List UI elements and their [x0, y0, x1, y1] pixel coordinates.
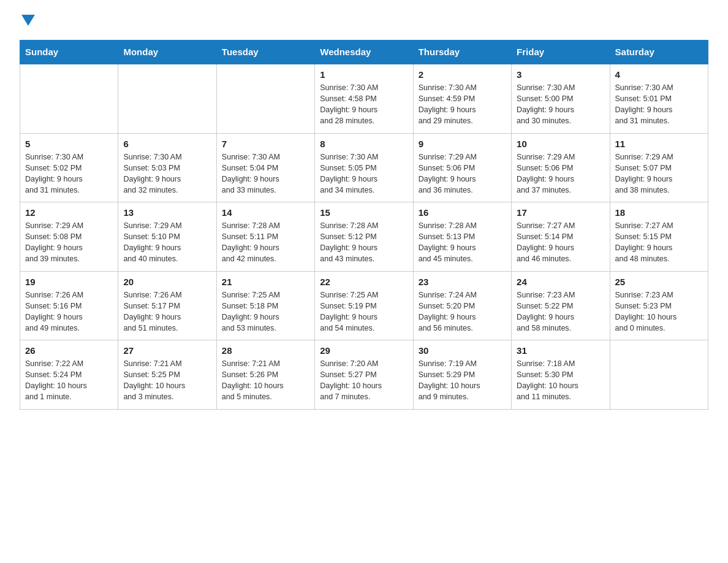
calendar-table: SundayMondayTuesdayWednesdayThursdayFrid…	[20, 40, 708, 410]
calendar-week-row: 1Sunrise: 7:30 AM Sunset: 4:58 PM Daylig…	[20, 64, 708, 133]
day-info: Sunrise: 7:30 AM Sunset: 5:05 PM Dayligh…	[320, 151, 408, 196]
calendar-cell: 8Sunrise: 7:30 AM Sunset: 5:05 PM Daylig…	[315, 133, 413, 202]
day-info: Sunrise: 7:26 AM Sunset: 5:16 PM Dayligh…	[25, 289, 113, 334]
calendar-cell: 6Sunrise: 7:30 AM Sunset: 5:03 PM Daylig…	[118, 133, 216, 202]
svg-marker-0	[21, 15, 35, 26]
day-info: Sunrise: 7:24 AM Sunset: 5:20 PM Dayligh…	[419, 289, 506, 334]
calendar-cell: 27Sunrise: 7:21 AM Sunset: 5:25 PM Dayli…	[118, 340, 216, 410]
logo-text	[20, 15, 35, 29]
day-number: 24	[517, 277, 604, 287]
day-number: 14	[222, 207, 309, 218]
calendar-cell: 18Sunrise: 7:27 AM Sunset: 5:15 PM Dayli…	[610, 202, 708, 272]
day-info: Sunrise: 7:21 AM Sunset: 5:26 PM Dayligh…	[222, 358, 309, 403]
day-number: 11	[615, 139, 703, 149]
calendar-cell: 20Sunrise: 7:26 AM Sunset: 5:17 PM Dayli…	[118, 271, 216, 340]
calendar-cell: 29Sunrise: 7:20 AM Sunset: 5:27 PM Dayli…	[315, 340, 413, 410]
calendar-week-row: 12Sunrise: 7:29 AM Sunset: 5:08 PM Dayli…	[20, 202, 708, 272]
day-number: 30	[419, 345, 506, 356]
calendar-cell	[216, 64, 314, 133]
calendar-cell: 9Sunrise: 7:29 AM Sunset: 5:06 PM Daylig…	[413, 133, 511, 202]
day-info: Sunrise: 7:29 AM Sunset: 5:07 PM Dayligh…	[615, 151, 703, 196]
calendar-cell: 2Sunrise: 7:30 AM Sunset: 4:59 PM Daylig…	[413, 64, 511, 133]
calendar-cell: 25Sunrise: 7:23 AM Sunset: 5:23 PM Dayli…	[610, 271, 708, 340]
page-header	[20, 15, 708, 29]
day-number: 28	[222, 345, 309, 356]
day-number: 27	[123, 345, 211, 356]
day-info: Sunrise: 7:29 AM Sunset: 5:10 PM Dayligh…	[123, 220, 211, 265]
calendar-week-row: 5Sunrise: 7:30 AM Sunset: 5:02 PM Daylig…	[20, 133, 708, 202]
calendar-cell: 11Sunrise: 7:29 AM Sunset: 5:07 PM Dayli…	[610, 133, 708, 202]
calendar-week-row: 19Sunrise: 7:26 AM Sunset: 5:16 PM Dayli…	[20, 271, 708, 340]
calendar-week-row: 26Sunrise: 7:22 AM Sunset: 5:24 PM Dayli…	[20, 340, 708, 410]
day-info: Sunrise: 7:26 AM Sunset: 5:17 PM Dayligh…	[123, 289, 211, 334]
calendar-cell: 24Sunrise: 7:23 AM Sunset: 5:22 PM Dayli…	[512, 271, 610, 340]
day-number: 23	[419, 277, 506, 287]
day-number: 20	[123, 277, 211, 287]
day-info: Sunrise: 7:29 AM Sunset: 5:06 PM Dayligh…	[419, 151, 506, 196]
day-number: 26	[25, 345, 113, 356]
calendar-cell: 1Sunrise: 7:30 AM Sunset: 4:58 PM Daylig…	[315, 64, 413, 133]
calendar-cell: 30Sunrise: 7:19 AM Sunset: 5:29 PM Dayli…	[413, 340, 511, 410]
calendar-cell: 22Sunrise: 7:25 AM Sunset: 5:19 PM Dayli…	[315, 271, 413, 340]
triangle-icon	[21, 15, 35, 28]
calendar-header-monday: Monday	[118, 40, 216, 64]
day-info: Sunrise: 7:25 AM Sunset: 5:18 PM Dayligh…	[222, 289, 309, 334]
day-info: Sunrise: 7:23 AM Sunset: 5:23 PM Dayligh…	[615, 289, 703, 334]
calendar-header-thursday: Thursday	[413, 40, 511, 64]
calendar-cell: 19Sunrise: 7:26 AM Sunset: 5:16 PM Dayli…	[20, 271, 118, 340]
day-number: 1	[320, 69, 408, 80]
day-info: Sunrise: 7:21 AM Sunset: 5:25 PM Dayligh…	[123, 358, 211, 403]
day-info: Sunrise: 7:19 AM Sunset: 5:29 PM Dayligh…	[419, 358, 506, 403]
day-number: 16	[419, 207, 506, 218]
day-info: Sunrise: 7:30 AM Sunset: 5:03 PM Dayligh…	[123, 151, 211, 196]
day-info: Sunrise: 7:22 AM Sunset: 5:24 PM Dayligh…	[25, 358, 113, 403]
day-info: Sunrise: 7:30 AM Sunset: 5:00 PM Dayligh…	[517, 82, 604, 127]
day-info: Sunrise: 7:27 AM Sunset: 5:14 PM Dayligh…	[517, 220, 604, 265]
day-number: 19	[25, 277, 113, 287]
day-info: Sunrise: 7:30 AM Sunset: 5:04 PM Dayligh…	[222, 151, 309, 196]
day-number: 15	[320, 207, 408, 218]
calendar-header-tuesday: Tuesday	[216, 40, 314, 64]
calendar-cell: 13Sunrise: 7:29 AM Sunset: 5:10 PM Dayli…	[118, 202, 216, 272]
day-info: Sunrise: 7:28 AM Sunset: 5:12 PM Dayligh…	[320, 220, 408, 265]
logo	[20, 15, 35, 29]
day-number: 18	[615, 207, 703, 218]
calendar-header-row: SundayMondayTuesdayWednesdayThursdayFrid…	[20, 40, 708, 64]
day-number: 22	[320, 277, 408, 287]
day-info: Sunrise: 7:30 AM Sunset: 5:02 PM Dayligh…	[25, 151, 113, 196]
day-info: Sunrise: 7:29 AM Sunset: 5:08 PM Dayligh…	[25, 220, 113, 265]
calendar-cell: 15Sunrise: 7:28 AM Sunset: 5:12 PM Dayli…	[315, 202, 413, 272]
day-number: 7	[222, 139, 309, 149]
calendar-cell: 23Sunrise: 7:24 AM Sunset: 5:20 PM Dayli…	[413, 271, 511, 340]
calendar-cell: 14Sunrise: 7:28 AM Sunset: 5:11 PM Dayli…	[216, 202, 314, 272]
calendar-header-friday: Friday	[512, 40, 610, 64]
day-number: 25	[615, 277, 703, 287]
calendar-cell: 21Sunrise: 7:25 AM Sunset: 5:18 PM Dayli…	[216, 271, 314, 340]
day-info: Sunrise: 7:28 AM Sunset: 5:11 PM Dayligh…	[222, 220, 309, 265]
calendar-header-saturday: Saturday	[610, 40, 708, 64]
day-info: Sunrise: 7:25 AM Sunset: 5:19 PM Dayligh…	[320, 289, 408, 334]
day-number: 3	[517, 69, 604, 80]
day-number: 6	[123, 139, 211, 149]
day-number: 9	[419, 139, 506, 149]
day-number: 31	[517, 345, 604, 356]
calendar-cell: 7Sunrise: 7:30 AM Sunset: 5:04 PM Daylig…	[216, 133, 314, 202]
day-number: 29	[320, 345, 408, 356]
calendar-cell: 26Sunrise: 7:22 AM Sunset: 5:24 PM Dayli…	[20, 340, 118, 410]
day-info: Sunrise: 7:28 AM Sunset: 5:13 PM Dayligh…	[419, 220, 506, 265]
calendar-cell: 5Sunrise: 7:30 AM Sunset: 5:02 PM Daylig…	[20, 133, 118, 202]
day-info: Sunrise: 7:30 AM Sunset: 5:01 PM Dayligh…	[615, 82, 703, 127]
day-info: Sunrise: 7:30 AM Sunset: 4:58 PM Dayligh…	[320, 82, 408, 127]
day-number: 21	[222, 277, 309, 287]
calendar-cell	[20, 64, 118, 133]
day-info: Sunrise: 7:29 AM Sunset: 5:06 PM Dayligh…	[517, 151, 604, 196]
day-number: 2	[419, 69, 506, 80]
day-number: 8	[320, 139, 408, 149]
calendar-cell	[610, 340, 708, 410]
day-info: Sunrise: 7:18 AM Sunset: 5:30 PM Dayligh…	[517, 358, 604, 403]
calendar-header-sunday: Sunday	[20, 40, 118, 64]
calendar-cell: 3Sunrise: 7:30 AM Sunset: 5:00 PM Daylig…	[512, 64, 610, 133]
calendar-cell: 12Sunrise: 7:29 AM Sunset: 5:08 PM Dayli…	[20, 202, 118, 272]
calendar-header-wednesday: Wednesday	[315, 40, 413, 64]
day-number: 17	[517, 207, 604, 218]
